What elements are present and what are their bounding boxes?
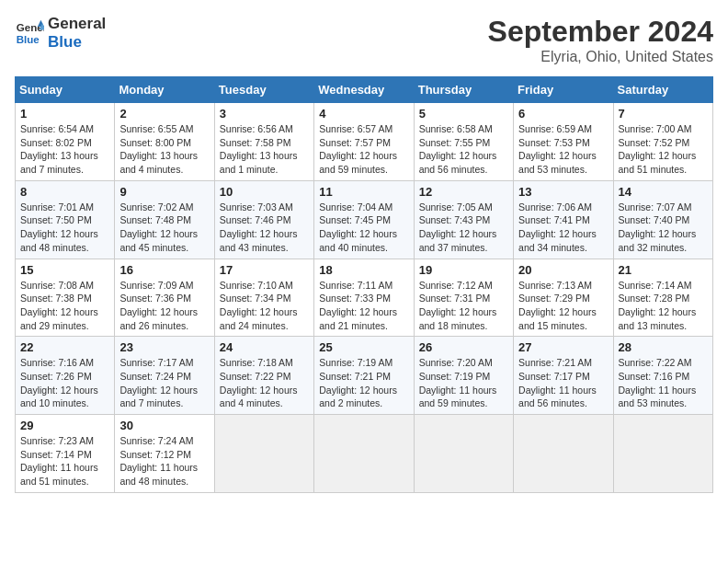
day-info: Sunrise: 7:06 AMSunset: 7:41 PMDaylight:… bbox=[518, 201, 608, 255]
calendar-cell: 17Sunrise: 7:10 AMSunset: 7:34 PMDayligh… bbox=[214, 259, 313, 337]
day-number: 5 bbox=[419, 107, 508, 121]
day-info: Sunrise: 7:17 AMSunset: 7:24 PMDaylight:… bbox=[119, 356, 209, 410]
day-info: Sunrise: 7:07 AMSunset: 7:40 PMDaylight:… bbox=[619, 201, 708, 255]
day-number: 20 bbox=[518, 263, 608, 277]
day-info: Sunrise: 7:03 AMSunset: 7:46 PMDaylight:… bbox=[220, 201, 309, 255]
calendar-cell: 3Sunrise: 6:56 AMSunset: 7:58 PMDaylight… bbox=[214, 103, 313, 181]
calendar-cell: 11Sunrise: 7:04 AMSunset: 7:45 PMDayligh… bbox=[314, 180, 414, 259]
calendar-cell: 21Sunrise: 7:14 AMSunset: 7:28 PMDayligh… bbox=[613, 259, 712, 337]
day-info: Sunrise: 6:58 AMSunset: 7:55 PMDaylight:… bbox=[419, 122, 508, 177]
calendar-cell: 8Sunrise: 7:01 AMSunset: 7:50 PMDaylight… bbox=[16, 180, 115, 259]
calendar-week-1: 1Sunrise: 6:54 AMSunset: 8:02 PMDaylight… bbox=[16, 103, 713, 181]
day-info: Sunrise: 7:09 AMSunset: 7:36 PMDaylight:… bbox=[119, 279, 209, 333]
calendar-cell: 30Sunrise: 7:24 AMSunset: 7:12 PMDayligh… bbox=[115, 415, 214, 493]
col-header-sunday: Sunday bbox=[16, 77, 115, 103]
day-number: 19 bbox=[419, 263, 508, 277]
day-info: Sunrise: 7:04 AMSunset: 7:45 PMDaylight:… bbox=[319, 201, 408, 255]
calendar-cell: 26Sunrise: 7:20 AMSunset: 7:19 PMDayligh… bbox=[414, 337, 513, 415]
day-info: Sunrise: 6:56 AMSunset: 7:58 PMDaylight:… bbox=[220, 122, 309, 177]
calendar-cell: 23Sunrise: 7:17 AMSunset: 7:24 PMDayligh… bbox=[115, 337, 214, 415]
day-info: Sunrise: 7:24 AMSunset: 7:12 PMDaylight:… bbox=[119, 434, 209, 488]
day-info: Sunrise: 7:21 AMSunset: 7:17 PMDaylight:… bbox=[518, 356, 608, 410]
day-number: 2 bbox=[119, 107, 209, 121]
col-header-tuesday: Tuesday bbox=[214, 77, 313, 103]
location-subtitle: Elyria, Ohio, United States bbox=[488, 49, 713, 65]
calendar-cell: 28Sunrise: 7:22 AMSunset: 7:16 PMDayligh… bbox=[613, 337, 712, 415]
calendar-cell bbox=[314, 415, 414, 493]
calendar-week-3: 15Sunrise: 7:08 AMSunset: 7:38 PMDayligh… bbox=[16, 259, 713, 337]
day-number: 8 bbox=[20, 185, 109, 199]
calendar-cell: 4Sunrise: 6:57 AMSunset: 7:57 PMDaylight… bbox=[314, 103, 414, 181]
col-header-monday: Monday bbox=[115, 77, 214, 103]
day-info: Sunrise: 7:11 AMSunset: 7:33 PMDaylight:… bbox=[319, 279, 408, 333]
day-info: Sunrise: 7:10 AMSunset: 7:34 PMDaylight:… bbox=[220, 279, 309, 333]
day-info: Sunrise: 7:01 AMSunset: 7:50 PMDaylight:… bbox=[20, 201, 109, 255]
day-info: Sunrise: 7:16 AMSunset: 7:26 PMDaylight:… bbox=[20, 356, 109, 410]
day-number: 24 bbox=[220, 340, 309, 354]
day-number: 23 bbox=[119, 340, 209, 354]
calendar-week-4: 22Sunrise: 7:16 AMSunset: 7:26 PMDayligh… bbox=[16, 337, 713, 415]
logo-text-blue: Blue bbox=[48, 33, 106, 52]
calendar-cell: 27Sunrise: 7:21 AMSunset: 7:17 PMDayligh… bbox=[514, 337, 613, 415]
col-header-saturday: Saturday bbox=[613, 77, 712, 103]
calendar-cell: 15Sunrise: 7:08 AMSunset: 7:38 PMDayligh… bbox=[16, 259, 115, 337]
calendar-cell: 24Sunrise: 7:18 AMSunset: 7:22 PMDayligh… bbox=[214, 337, 313, 415]
calendar-cell bbox=[514, 415, 613, 493]
day-info: Sunrise: 7:20 AMSunset: 7:19 PMDaylight:… bbox=[419, 356, 508, 410]
logo: General Blue General Blue bbox=[15, 15, 106, 51]
day-number: 12 bbox=[419, 185, 508, 199]
day-info: Sunrise: 6:59 AMSunset: 7:53 PMDaylight:… bbox=[518, 122, 608, 177]
col-header-wednesday: Wednesday bbox=[314, 77, 414, 103]
day-info: Sunrise: 7:08 AMSunset: 7:38 PMDaylight:… bbox=[20, 279, 109, 333]
calendar-cell: 18Sunrise: 7:11 AMSunset: 7:33 PMDayligh… bbox=[314, 259, 414, 337]
day-info: Sunrise: 7:19 AMSunset: 7:21 PMDaylight:… bbox=[319, 356, 408, 410]
calendar-cell: 22Sunrise: 7:16 AMSunset: 7:26 PMDayligh… bbox=[16, 337, 115, 415]
calendar-cell: 9Sunrise: 7:02 AMSunset: 7:48 PMDaylight… bbox=[115, 180, 214, 259]
title-block: September 2024 Elyria, Ohio, United Stat… bbox=[488, 15, 713, 65]
day-number: 17 bbox=[220, 263, 309, 277]
day-number: 6 bbox=[518, 107, 608, 121]
day-info: Sunrise: 6:54 AMSunset: 8:02 PMDaylight:… bbox=[20, 122, 109, 177]
day-number: 26 bbox=[419, 340, 508, 354]
day-number: 15 bbox=[20, 263, 109, 277]
day-info: Sunrise: 7:12 AMSunset: 7:31 PMDaylight:… bbox=[419, 279, 508, 333]
calendar-week-5: 29Sunrise: 7:23 AMSunset: 7:14 PMDayligh… bbox=[16, 415, 713, 493]
day-number: 21 bbox=[619, 263, 708, 277]
day-number: 30 bbox=[119, 419, 209, 432]
calendar-cell: 5Sunrise: 6:58 AMSunset: 7:55 PMDaylight… bbox=[414, 103, 513, 181]
day-number: 22 bbox=[20, 340, 109, 354]
day-number: 9 bbox=[119, 185, 209, 199]
calendar-cell: 6Sunrise: 6:59 AMSunset: 7:53 PMDaylight… bbox=[514, 103, 613, 181]
day-number: 25 bbox=[319, 340, 408, 354]
day-number: 7 bbox=[619, 107, 708, 121]
col-header-thursday: Thursday bbox=[414, 77, 513, 103]
day-number: 13 bbox=[518, 185, 608, 199]
calendar-cell: 2Sunrise: 6:55 AMSunset: 8:00 PMDaylight… bbox=[115, 103, 214, 181]
day-info: Sunrise: 7:23 AMSunset: 7:14 PMDaylight:… bbox=[20, 434, 109, 488]
day-number: 4 bbox=[319, 107, 408, 121]
calendar-table: SundayMondayTuesdayWednesdayThursdayFrid… bbox=[15, 76, 713, 493]
day-info: Sunrise: 7:02 AMSunset: 7:48 PMDaylight:… bbox=[119, 201, 209, 255]
day-info: Sunrise: 6:55 AMSunset: 8:00 PMDaylight:… bbox=[119, 122, 209, 177]
day-info: Sunrise: 7:22 AMSunset: 7:16 PMDaylight:… bbox=[619, 356, 708, 410]
day-number: 10 bbox=[220, 185, 309, 199]
month-year-title: September 2024 bbox=[488, 15, 713, 49]
day-number: 18 bbox=[319, 263, 408, 277]
calendar-cell bbox=[414, 415, 513, 493]
calendar-cell: 14Sunrise: 7:07 AMSunset: 7:40 PMDayligh… bbox=[613, 180, 712, 259]
day-number: 3 bbox=[220, 107, 309, 121]
day-number: 11 bbox=[319, 185, 408, 199]
day-number: 29 bbox=[20, 419, 109, 432]
day-number: 1 bbox=[20, 107, 109, 121]
logo-text-general: General bbox=[48, 15, 106, 33]
calendar-cell: 29Sunrise: 7:23 AMSunset: 7:14 PMDayligh… bbox=[16, 415, 115, 493]
calendar-cell: 7Sunrise: 7:00 AMSunset: 7:52 PMDaylight… bbox=[613, 103, 712, 181]
page-header: General Blue General Blue September 2024… bbox=[15, 15, 713, 65]
calendar-cell: 10Sunrise: 7:03 AMSunset: 7:46 PMDayligh… bbox=[214, 180, 313, 259]
day-number: 16 bbox=[119, 263, 209, 277]
calendar-cell bbox=[613, 415, 712, 493]
col-header-friday: Friday bbox=[514, 77, 613, 103]
day-number: 14 bbox=[619, 185, 708, 199]
calendar-cell: 19Sunrise: 7:12 AMSunset: 7:31 PMDayligh… bbox=[414, 259, 513, 337]
day-info: Sunrise: 7:18 AMSunset: 7:22 PMDaylight:… bbox=[220, 356, 309, 410]
